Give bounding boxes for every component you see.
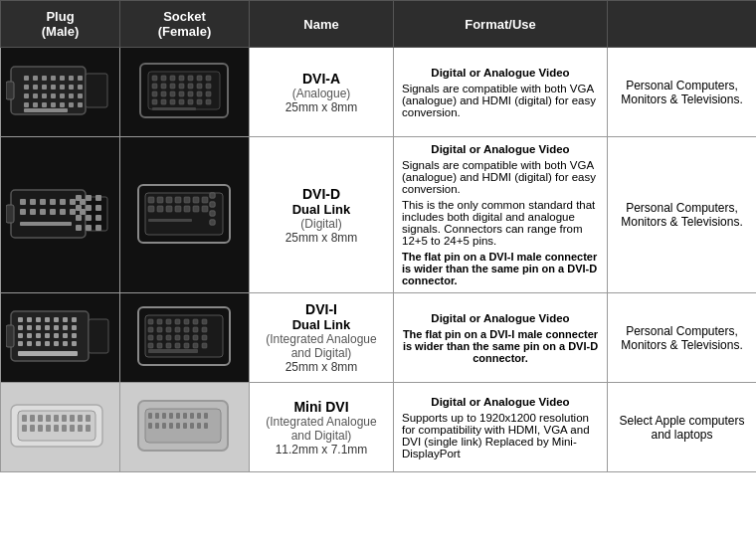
svg-rect-148 bbox=[45, 341, 50, 346]
format-bold-note: The flat pin on a DVI-I male connecter i… bbox=[402, 251, 599, 286]
svg-rect-123 bbox=[89, 319, 108, 353]
found-text: Personal Computers, Monitors & Televisio… bbox=[621, 201, 743, 229]
svg-rect-133 bbox=[36, 325, 41, 330]
svg-rect-49 bbox=[161, 92, 166, 96]
connector-name-sub2: Dual Link bbox=[292, 317, 351, 332]
svg-rect-105 bbox=[175, 206, 181, 212]
svg-rect-132 bbox=[27, 325, 32, 330]
svg-rect-187 bbox=[22, 415, 27, 422]
svg-rect-128 bbox=[54, 317, 59, 322]
socket-cell-dvi-a bbox=[120, 48, 250, 137]
svg-rect-124 bbox=[18, 317, 23, 322]
svg-rect-189 bbox=[38, 415, 43, 422]
col-plug-header: Plug(Male) bbox=[1, 1, 120, 48]
svg-rect-21 bbox=[69, 93, 74, 98]
svg-rect-5 bbox=[51, 76, 56, 81]
svg-rect-19 bbox=[51, 93, 56, 98]
svg-rect-82 bbox=[76, 205, 82, 211]
svg-rect-121 bbox=[148, 219, 192, 222]
svg-rect-74 bbox=[40, 209, 46, 215]
svg-rect-156 bbox=[148, 319, 153, 324]
svg-rect-51 bbox=[179, 92, 184, 96]
svg-rect-183 bbox=[202, 343, 207, 348]
svg-rect-30 bbox=[24, 108, 68, 112]
svg-rect-169 bbox=[202, 327, 207, 332]
svg-rect-48 bbox=[152, 92, 157, 96]
svg-rect-60 bbox=[197, 99, 202, 104]
svg-rect-153 bbox=[6, 325, 14, 347]
svg-rect-223 bbox=[197, 423, 201, 429]
svg-rect-84 bbox=[95, 205, 101, 211]
svg-rect-213 bbox=[190, 413, 194, 419]
svg-rect-22 bbox=[78, 93, 83, 98]
svg-rect-107 bbox=[193, 206, 199, 212]
svg-rect-130 bbox=[72, 317, 77, 322]
svg-rect-190 bbox=[46, 415, 51, 422]
svg-rect-216 bbox=[148, 423, 152, 429]
connector-name-title: DVI-D bbox=[302, 186, 340, 202]
svg-rect-146 bbox=[27, 341, 32, 346]
svg-rect-208 bbox=[155, 413, 159, 419]
svg-rect-37 bbox=[179, 76, 184, 81]
svg-rect-167 bbox=[184, 327, 189, 332]
svg-rect-89 bbox=[86, 225, 92, 231]
svg-rect-16 bbox=[24, 93, 29, 98]
svg-rect-129 bbox=[63, 317, 68, 322]
svg-rect-52 bbox=[188, 92, 193, 96]
svg-rect-86 bbox=[86, 215, 92, 221]
connector-name-title: Mini DVI bbox=[293, 399, 348, 415]
svg-rect-135 bbox=[54, 325, 59, 330]
svg-rect-3 bbox=[33, 76, 38, 81]
svg-rect-178 bbox=[157, 343, 162, 348]
svg-rect-90 bbox=[95, 225, 101, 231]
svg-rect-181 bbox=[184, 343, 189, 348]
svg-rect-76 bbox=[60, 209, 66, 215]
connector-name-sub: (Integrated Analogue and Digital) bbox=[266, 332, 376, 360]
col-socket-header: Socket(Female) bbox=[120, 1, 250, 48]
svg-rect-23 bbox=[24, 102, 29, 107]
svg-rect-80 bbox=[86, 195, 92, 201]
svg-rect-9 bbox=[24, 85, 29, 90]
svg-rect-192 bbox=[62, 415, 67, 422]
svg-rect-2 bbox=[24, 76, 29, 81]
svg-rect-65 bbox=[20, 199, 26, 205]
svg-rect-219 bbox=[169, 423, 173, 429]
svg-rect-117 bbox=[210, 211, 215, 216]
svg-rect-91 bbox=[20, 222, 72, 226]
svg-rect-222 bbox=[190, 423, 194, 429]
svg-rect-13 bbox=[60, 85, 65, 90]
svg-rect-95 bbox=[148, 197, 154, 203]
svg-rect-197 bbox=[30, 425, 35, 432]
name-cell-dvi-i: DVI-IDual Link(Integrated Analogue and D… bbox=[250, 293, 394, 383]
svg-rect-18 bbox=[42, 93, 47, 98]
svg-rect-29 bbox=[78, 102, 83, 107]
format-title: Digital or Analogue Video bbox=[402, 312, 599, 324]
svg-rect-142 bbox=[54, 333, 59, 338]
found-cell-mini-dvi: Select Apple computers and laptops bbox=[608, 383, 757, 472]
name-cell-dvi-a: DVI-A(Analogue)25mm x 8mm bbox=[250, 48, 394, 137]
svg-rect-38 bbox=[188, 76, 193, 81]
svg-rect-100 bbox=[193, 197, 199, 203]
svg-rect-166 bbox=[175, 327, 180, 332]
svg-rect-35 bbox=[161, 76, 166, 81]
format-body2: This is the only common standard that in… bbox=[402, 199, 599, 247]
connector-name-dims: 25mm x 8mm bbox=[285, 360, 358, 374]
svg-rect-1 bbox=[86, 74, 107, 107]
svg-rect-211 bbox=[176, 413, 180, 419]
svg-rect-92 bbox=[6, 205, 14, 223]
connector-name-sub: (Digital) bbox=[300, 217, 341, 231]
svg-rect-61 bbox=[206, 99, 211, 104]
svg-rect-66 bbox=[30, 199, 36, 205]
svg-rect-221 bbox=[183, 423, 187, 429]
svg-rect-114 bbox=[210, 202, 215, 207]
found-cell-dvi-d: Personal Computers, Monitors & Televisio… bbox=[608, 137, 757, 293]
svg-rect-207 bbox=[148, 413, 152, 419]
found-cell-dvi-i: Personal Computers, Monitors & Televisio… bbox=[608, 293, 757, 383]
svg-rect-215 bbox=[204, 413, 208, 419]
svg-rect-217 bbox=[155, 423, 159, 429]
svg-rect-125 bbox=[27, 317, 32, 322]
svg-rect-165 bbox=[166, 327, 171, 332]
svg-rect-0 bbox=[11, 67, 86, 114]
svg-rect-134 bbox=[45, 325, 50, 330]
svg-rect-201 bbox=[62, 425, 67, 432]
